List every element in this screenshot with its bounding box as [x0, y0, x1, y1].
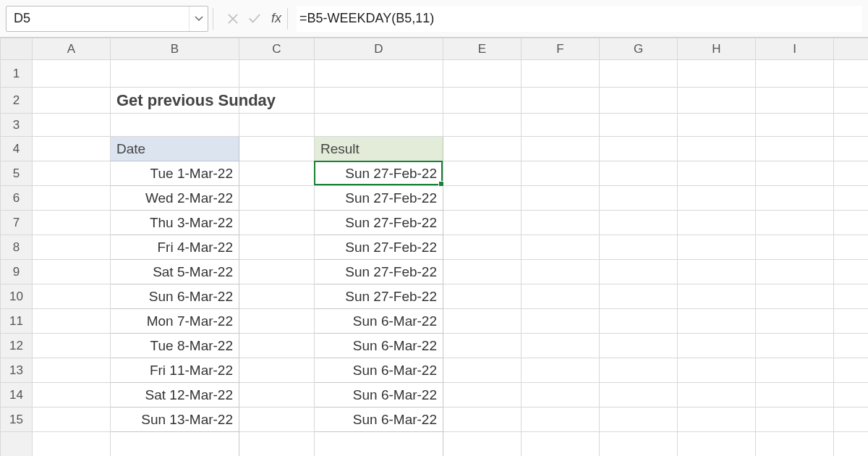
cell-A12[interactable] — [33, 334, 111, 358]
cell-D10[interactable]: Sun 27-Feb-22 — [315, 284, 443, 309]
cell-F5[interactable] — [522, 161, 600, 186]
cell-G5[interactable] — [600, 161, 678, 186]
cell-B8[interactable]: Fri 4-Mar-22 — [111, 235, 239, 260]
cell-I5[interactable] — [756, 161, 834, 186]
cell-H9[interactable] — [678, 260, 756, 284]
cell-C13[interactable] — [239, 358, 315, 383]
cell-G4[interactable] — [600, 137, 678, 161]
cell-E14[interactable] — [443, 383, 522, 408]
cell-F7[interactable] — [522, 211, 600, 235]
cell-D4[interactable]: Result — [315, 137, 443, 161]
cell-I8[interactable] — [756, 235, 834, 260]
cell-G16[interactable] — [600, 432, 678, 457]
cell-J2[interactable] — [834, 88, 869, 114]
row-header-10[interactable]: 10 — [1, 284, 33, 309]
cell-I10[interactable] — [756, 284, 834, 309]
cell-F11[interactable] — [522, 309, 600, 334]
cell-D5[interactable]: Sun 27-Feb-22 — [315, 161, 443, 186]
cell-H8[interactable] — [678, 235, 756, 260]
row-header-8[interactable]: 8 — [1, 235, 33, 260]
fx-button[interactable]: fx — [265, 11, 287, 26]
row-header-13[interactable]: 13 — [1, 358, 33, 383]
cell-C3[interactable] — [239, 114, 315, 137]
cell-B12[interactable]: Tue 8-Mar-22 — [111, 334, 239, 358]
cell-F13[interactable] — [522, 358, 600, 383]
spreadsheet-grid[interactable]: A B C D E F G H I J 1 2 Get previous Sun… — [0, 38, 868, 456]
cell-E16[interactable] — [443, 432, 522, 457]
cell-A16[interactable] — [33, 432, 111, 457]
cell-D6[interactable]: Sun 27-Feb-22 — [315, 186, 443, 211]
cell-D16[interactable] — [315, 432, 443, 457]
row-header-7[interactable]: 7 — [1, 211, 33, 235]
row-header-14[interactable]: 14 — [1, 383, 33, 408]
col-header-H[interactable]: H — [678, 38, 756, 60]
cell-A5[interactable] — [33, 161, 111, 186]
cell-E3[interactable] — [443, 114, 522, 137]
row-header-11[interactable]: 11 — [1, 309, 33, 334]
row-header-16[interactable] — [1, 432, 33, 457]
cell-J14[interactable] — [834, 383, 869, 408]
cell-H13[interactable] — [678, 358, 756, 383]
cell-J1[interactable] — [834, 60, 869, 88]
cell-G9[interactable] — [600, 260, 678, 284]
cell-E6[interactable] — [443, 186, 522, 211]
row-header-1[interactable]: 1 — [1, 60, 33, 88]
cell-I2[interactable] — [756, 88, 834, 114]
cell-I16[interactable] — [756, 432, 834, 457]
cell-A3[interactable] — [33, 114, 111, 137]
select-all-corner[interactable] — [1, 38, 33, 60]
cell-J6[interactable] — [834, 186, 869, 211]
cell-E11[interactable] — [443, 309, 522, 334]
cell-E12[interactable] — [443, 334, 522, 358]
cell-A8[interactable] — [33, 235, 111, 260]
cancel-button[interactable] — [222, 6, 244, 32]
cell-J5[interactable] — [834, 161, 869, 186]
cell-F15[interactable] — [522, 408, 600, 432]
cell-H3[interactable] — [678, 114, 756, 137]
cell-G6[interactable] — [600, 186, 678, 211]
cell-J4[interactable] — [834, 137, 869, 161]
cell-D9[interactable]: Sun 27-Feb-22 — [315, 260, 443, 284]
row-header-2[interactable]: 2 — [1, 88, 33, 114]
col-header-I[interactable]: I — [756, 38, 834, 60]
cell-J3[interactable] — [834, 114, 869, 137]
cell-I1[interactable] — [756, 60, 834, 88]
cell-H2[interactable] — [678, 88, 756, 114]
cell-A13[interactable] — [33, 358, 111, 383]
row-header-9[interactable]: 9 — [1, 260, 33, 284]
cell-E13[interactable] — [443, 358, 522, 383]
cell-H6[interactable] — [678, 186, 756, 211]
cell-E1[interactable] — [443, 60, 522, 88]
cell-E10[interactable] — [443, 284, 522, 309]
col-header-F[interactable]: F — [522, 38, 600, 60]
name-box-input[interactable] — [7, 7, 189, 31]
cell-A14[interactable] — [33, 383, 111, 408]
col-header-D[interactable]: D — [315, 38, 443, 60]
cell-I4[interactable] — [756, 137, 834, 161]
cell-F14[interactable] — [522, 383, 600, 408]
cell-G13[interactable] — [600, 358, 678, 383]
cell-F8[interactable] — [522, 235, 600, 260]
cell-F10[interactable] — [522, 284, 600, 309]
cell-J15[interactable] — [834, 408, 869, 432]
cell-J10[interactable] — [834, 284, 869, 309]
cell-A1[interactable] — [33, 60, 111, 88]
cell-G15[interactable] — [600, 408, 678, 432]
cell-I12[interactable] — [756, 334, 834, 358]
cell-C6[interactable] — [239, 186, 315, 211]
cell-D11[interactable]: Sun 6-Mar-22 — [315, 309, 443, 334]
cell-G2[interactable] — [600, 88, 678, 114]
cell-C12[interactable] — [239, 334, 315, 358]
cell-E5[interactable] — [443, 161, 522, 186]
cell-B7[interactable]: Thu 3-Mar-22 — [111, 211, 239, 235]
name-box[interactable] — [6, 6, 208, 32]
cell-D15[interactable]: Sun 6-Mar-22 — [315, 408, 443, 432]
cell-G8[interactable] — [600, 235, 678, 260]
cell-C5[interactable] — [239, 161, 315, 186]
cell-B1[interactable] — [111, 60, 239, 88]
cell-A11[interactable] — [33, 309, 111, 334]
cell-H4[interactable] — [678, 137, 756, 161]
cell-E4[interactable] — [443, 137, 522, 161]
cell-J8[interactable] — [834, 235, 869, 260]
cell-G11[interactable] — [600, 309, 678, 334]
